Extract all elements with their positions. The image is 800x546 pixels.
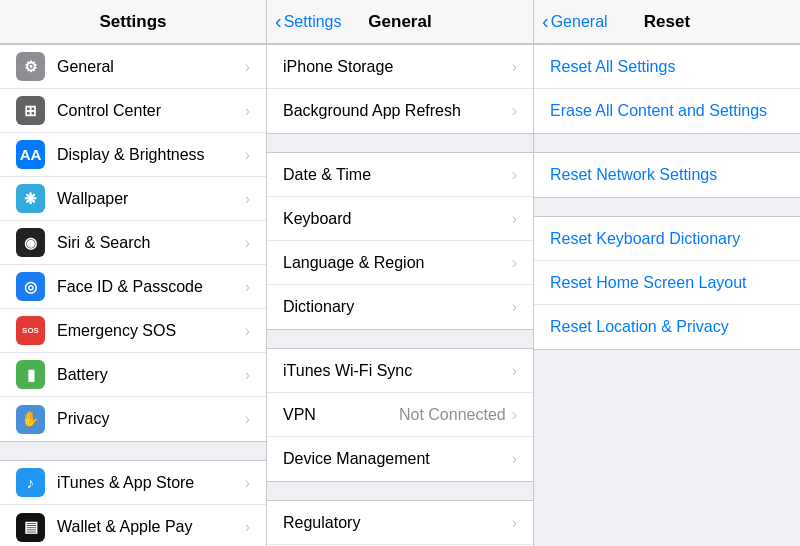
dictionary-chevron-icon: › [512,298,517,316]
mid-row-vpn[interactable]: VPNNot Connected› [267,393,533,437]
left-row-wallet[interactable]: ▤Wallet & Apple Pay› [0,505,266,546]
mid-table-section-3: Regulatory›Reset›Shut Down [267,500,533,546]
siri-chevron-icon: › [245,234,250,252]
left-row-control-center[interactable]: ⊞Control Center› [0,89,266,133]
group-spacer [267,482,533,500]
mid-back-button[interactable]: ‹ Settings [275,10,341,33]
right-panel-title: Reset [644,12,690,32]
sos-icon: SOS [16,316,45,345]
regulatory-chevron-icon: › [512,514,517,532]
siri-icon: ◉ [16,228,45,257]
iphone-storage-chevron-icon: › [512,58,517,76]
background-app-refresh-label: Background App Refresh [283,102,512,120]
privacy-chevron-icon: › [245,410,250,428]
left-row-siri[interactable]: ◉Siri & Search› [0,221,266,265]
mid-panel-title: General [368,12,431,32]
reset-network-label: Reset Network Settings [550,166,784,184]
mid-panel: ‹ Settings General iPhone Storage›Backgr… [267,0,534,546]
dictionary-label: Dictionary [283,298,512,316]
left-panel-header: Settings [0,0,266,44]
mid-table-section-1: Date & Time›Keyboard›Language & Region›D… [267,152,533,330]
erase-all-label: Erase All Content and Settings [550,102,784,120]
right-row-reset-network[interactable]: Reset Network Settings [534,153,800,197]
reset-keyboard-label: Reset Keyboard Dictionary [550,230,784,248]
control-center-chevron-icon: › [245,102,250,120]
sos-chevron-icon: › [245,322,250,340]
group-spacer [267,134,533,152]
left-panel-content: ⚙General›⊞Control Center›AADisplay & Bri… [0,44,266,546]
mid-row-keyboard[interactable]: Keyboard› [267,197,533,241]
left-row-faceid[interactable]: ◎Face ID & Passcode› [0,265,266,309]
sos-label: Emergency SOS [57,322,245,340]
right-row-reset-all-settings[interactable]: Reset All Settings [534,45,800,89]
keyboard-label: Keyboard [283,210,512,228]
background-app-refresh-chevron-icon: › [512,102,517,120]
siri-label: Siri & Search [57,234,245,252]
group-spacer [267,330,533,348]
right-row-reset-keyboard[interactable]: Reset Keyboard Dictionary [534,217,800,261]
right-row-reset-home[interactable]: Reset Home Screen Layout [534,261,800,305]
right-table-section-2: Reset Keyboard DictionaryReset Home Scre… [534,216,800,350]
left-row-wallpaper[interactable]: ❋Wallpaper› [0,177,266,221]
control-center-label: Control Center [57,102,245,120]
privacy-label: Privacy [57,410,245,428]
vpn-chevron-icon: › [512,406,517,424]
vpn-label: VPN [283,406,399,424]
mid-row-background-app-refresh[interactable]: Background App Refresh› [267,89,533,133]
right-row-reset-location[interactable]: Reset Location & Privacy [534,305,800,349]
mid-row-language-region[interactable]: Language & Region› [267,241,533,285]
mid-back-chevron-icon: ‹ [275,10,282,33]
right-panel: ‹ General Reset Reset All SettingsErase … [534,0,800,546]
battery-label: Battery [57,366,245,384]
display-chevron-icon: › [245,146,250,164]
left-row-general[interactable]: ⚙General› [0,45,266,89]
right-back-chevron-icon: ‹ [542,10,549,33]
iphone-storage-label: iPhone Storage [283,58,512,76]
display-label: Display & Brightness [57,146,245,164]
wallet-chevron-icon: › [245,518,250,536]
regulatory-label: Regulatory [283,514,512,532]
left-row-privacy[interactable]: ✋Privacy› [0,397,266,441]
right-back-button[interactable]: ‹ General [542,10,608,33]
left-row-sos[interactable]: SOSEmergency SOS› [0,309,266,353]
vpn-value: Not Connected [399,406,506,424]
itunes-wifi-sync-label: iTunes Wi-Fi Sync [283,362,512,380]
left-table-section-0: ⚙General›⊞Control Center›AADisplay & Bri… [0,44,266,442]
right-panel-header: ‹ General Reset [534,0,800,44]
wallpaper-chevron-icon: › [245,190,250,208]
right-table-section-0: Reset All SettingsErase All Content and … [534,44,800,134]
battery-icon: ▮ [16,360,45,389]
mid-row-device-management[interactable]: Device Management› [267,437,533,481]
panels-container: Settings ⚙General›⊞Control Center›AADisp… [0,0,800,546]
wallet-icon: ▤ [16,513,45,542]
itunes-chevron-icon: › [245,474,250,492]
left-row-display[interactable]: AADisplay & Brightness› [0,133,266,177]
display-icon: AA [16,140,45,169]
mid-row-date-time[interactable]: Date & Time› [267,153,533,197]
wallpaper-label: Wallpaper [57,190,245,208]
mid-panel-content: iPhone Storage›Background App Refresh›Da… [267,44,533,546]
device-management-chevron-icon: › [512,450,517,468]
mid-row-itunes-wifi-sync[interactable]: iTunes Wi-Fi Sync› [267,349,533,393]
right-row-erase-all[interactable]: Erase All Content and Settings [534,89,800,133]
group-spacer [0,442,266,460]
device-management-label: Device Management [283,450,512,468]
language-region-chevron-icon: › [512,254,517,272]
mid-row-regulatory[interactable]: Regulatory› [267,501,533,545]
left-row-itunes[interactable]: ♪iTunes & App Store› [0,461,266,505]
mid-row-dictionary[interactable]: Dictionary› [267,285,533,329]
battery-chevron-icon: › [245,366,250,384]
general-chevron-icon: › [245,58,250,76]
general-label: General [57,58,245,76]
reset-home-label: Reset Home Screen Layout [550,274,784,292]
mid-row-iphone-storage[interactable]: iPhone Storage› [267,45,533,89]
faceid-label: Face ID & Passcode [57,278,245,296]
date-time-chevron-icon: › [512,166,517,184]
wallet-label: Wallet & Apple Pay [57,518,245,536]
reset-location-label: Reset Location & Privacy [550,318,784,336]
privacy-icon: ✋ [16,405,45,434]
left-row-battery[interactable]: ▮Battery› [0,353,266,397]
mid-panel-header: ‹ Settings General [267,0,533,44]
itunes-wifi-sync-chevron-icon: › [512,362,517,380]
right-table-section-1: Reset Network Settings [534,152,800,198]
